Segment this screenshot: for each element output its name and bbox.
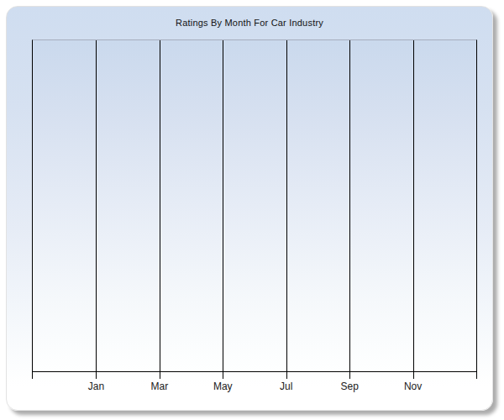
x-axis-label: Sep	[340, 381, 358, 392]
x-axis-tick	[286, 371, 287, 379]
x-axis-tick	[96, 371, 97, 379]
x-axis-tick	[413, 371, 414, 379]
gridline	[349, 40, 350, 371]
x-axis-tick	[223, 371, 223, 379]
x-axis-tick	[32, 371, 33, 379]
x-axis-tick	[349, 371, 350, 379]
chart-title: Ratings By Month For Car Industry	[7, 18, 492, 28]
gridline	[96, 40, 97, 371]
chart-panel: Ratings By Month For Car Industry JanMar…	[6, 6, 493, 411]
x-axis-tick	[476, 371, 477, 379]
x-axis-tick	[160, 371, 160, 379]
x-axis-label: Jan	[88, 381, 104, 392]
gridline	[223, 40, 223, 371]
x-axis-label: May	[213, 381, 233, 392]
gridline	[286, 40, 287, 371]
x-axis-label: Jul	[280, 381, 292, 392]
x-axis-label: Nov	[404, 381, 422, 392]
plot-area: JanMarMayJulSepNov	[32, 39, 477, 372]
gridline	[160, 40, 160, 371]
x-axis-label: Mar	[151, 381, 169, 392]
gridline	[413, 40, 414, 371]
